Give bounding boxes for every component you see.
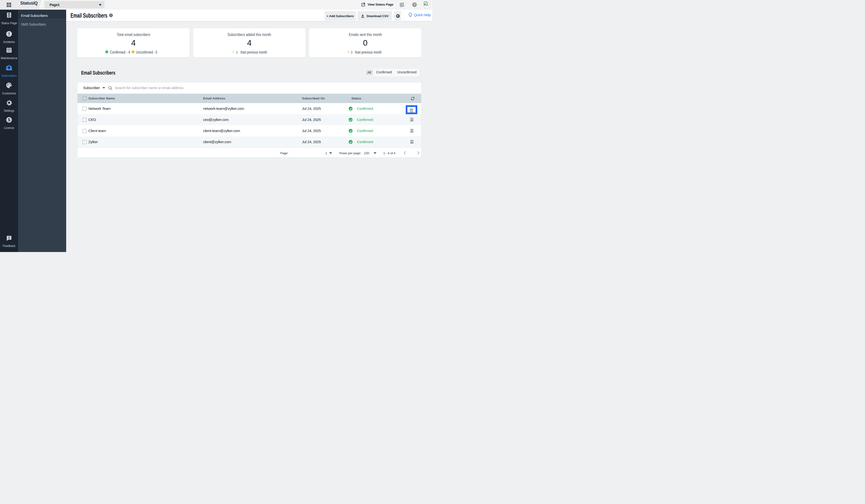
svg-text:$: $ (8, 118, 10, 122)
